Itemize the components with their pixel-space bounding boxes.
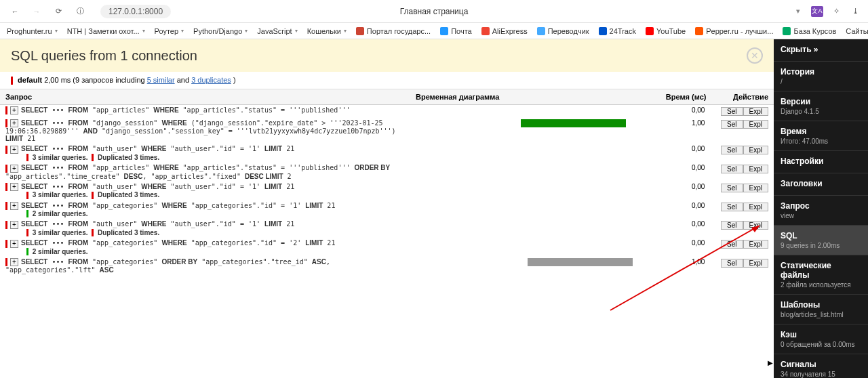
bookmark-icon[interactable]: ▾ [792,5,804,18]
bookmark-item[interactable]: JavaScript▾ [257,27,297,35]
back-button[interactable]: ← [7,3,23,20]
query-sql: SELECT ••• FROM "app_categories" WHERE "… [21,239,335,247]
sidebar-panel-статические-файлы[interactable]: Статические файлы2 файла используется [774,255,868,295]
bookmark-item[interactable]: База Курсов [783,27,836,35]
download-icon[interactable]: ⤓ [849,5,861,18]
query-row: +SELECT ••• FROM "app_articles" WHERE "a… [0,105,774,119]
expand-button[interactable]: + [10,119,18,127]
similar-link[interactable]: 5 similar [147,76,175,84]
expl-button[interactable]: Expl [743,184,768,192]
bookmark-item[interactable]: YouTube [646,27,686,35]
expl-button[interactable]: Expl [743,146,768,154]
sidebar-panel-настройки[interactable]: Настройки [774,151,868,173]
sel-button[interactable]: Sel [721,184,743,192]
bookmark-item[interactable]: Pepper.ru - лучши... [695,27,773,35]
time-value: 0,00 [645,163,712,181]
sel-button[interactable]: Sel [721,259,743,268]
query-row: ➔+SELECT ••• FROM "auth_user" WHERE "aut… [0,144,774,163]
sidebar-panel-версии[interactable]: ВерсииDjango 4.1.5 [774,91,868,121]
bookmark-item[interactable]: Портал государс... [356,27,431,35]
sidebar-panel-сигналы[interactable]: Сигналы34 получателя 15 сигнала(ов) [774,354,868,378]
expand-button[interactable]: + [10,106,18,114]
panel-subtitle: 2 файла используется [781,281,861,289]
panel-subtitle: / [781,78,861,85]
bookmark-item[interactable]: 24Track [599,27,636,35]
query-row: +SELECT ••• FROM "app_articles" WHERE "a… [0,163,774,181]
query-note: 3 similar queries. Duplicated 3 times. [24,229,405,237]
col-timeline: Временная диаграмма [410,89,645,105]
expl-button[interactable]: Expl [743,120,768,129]
sidebar-panel-запрос[interactable]: Запросview [774,196,868,226]
bookmark-item[interactable]: NTH | Заметки охот...▾ [67,27,145,35]
sel-button[interactable]: Sel [721,203,743,211]
time-value: 0,00 [645,105,712,119]
debug-toolbar-sidebar: Скрыть »История/ВерсииDjango 4.1.5ВремяИ… [774,39,868,378]
query-sql: SELECT ••• FROM "app_articles" WHERE "ap… [21,106,350,114]
sel-button[interactable]: Sel [721,221,743,230]
bookmark-item[interactable]: Python/Django▾ [193,27,248,35]
expl-button[interactable]: Expl [743,203,768,211]
extension-icon[interactable]: ✧ [830,5,842,18]
panel-title: Кэш [781,330,861,339]
duplicates-link[interactable]: 3 duplicates [191,76,231,84]
query-row: ➔+SELECT ••• FROM "app_categories" WHERE… [0,201,774,219]
query-sql: SELECT ••• FROM "auth_user" WHERE "auth_… [21,145,294,152]
bookmark-item[interactable]: Переводчик [537,27,589,35]
sidebar-panel-заголовки[interactable]: Заголовки [774,173,868,196]
bookmark-item[interactable]: AliExpress [481,27,528,35]
panel-subtitle: Django 4.1.5 [781,108,861,115]
sel-button[interactable]: Sel [721,240,743,249]
sel-button[interactable]: Sel [721,146,743,154]
info-icon[interactable]: ⓘ [72,3,88,20]
sidebar-panel-время[interactable]: ВремяИтого: 47.00ms [774,121,868,151]
bookmark-item[interactable]: Proghunter.ru▾ [7,27,58,35]
forward-button: → [28,3,45,20]
sel-button[interactable]: Sel [721,165,743,173]
sidebar-panel-кэш[interactable]: Кэш0 обращений за 0.00ms [774,324,868,354]
panel-title: Время [781,127,861,136]
expand-button[interactable]: + [10,221,18,229]
timeline-bar [528,258,633,266]
expl-button[interactable]: Expl [743,221,768,230]
query-note: 2 similar queries. [24,248,405,256]
active-panel-marker: ▶ [768,359,773,366]
sel-button[interactable]: Sel [721,120,743,129]
url-bar[interactable]: 127.0.0.1:8000 [100,5,171,18]
panel-title: Статические файлы [781,261,861,280]
time-value: 1,00 [645,257,712,275]
expand-button[interactable]: + [10,183,18,191]
translate-icon[interactable]: 文A [811,6,823,17]
panel-subtitle: 34 получателя 15 сигнала(ов) [781,371,861,378]
expl-button[interactable]: Expl [743,165,768,173]
sel-button[interactable]: Sel [721,107,743,116]
expand-button[interactable]: + [10,146,18,154]
expl-button[interactable]: Expl [743,240,768,249]
expand-button[interactable]: + [10,258,18,266]
close-button[interactable]: ✕ [747,47,763,64]
bookmark-item[interactable]: Роутер▾ [155,27,184,35]
sidebar-panel-скрыть-[interactable]: Скрыть » [774,39,868,62]
time-value: 0,00 [645,201,712,219]
query-row: +SELECT ••• FROM "django_session" WHERE … [0,118,774,144]
expand-button[interactable]: + [10,240,18,248]
sidebar-panel-история[interactable]: История/ [774,62,868,91]
bookmark-item[interactable]: Кошельки▾ [307,27,347,35]
query-note: 2 similar queries. [24,210,405,218]
expand-button[interactable]: + [10,202,18,210]
expl-button[interactable]: Expl [743,259,768,268]
panel-title: Запрос [781,201,861,211]
bookmark-item[interactable]: Почта [440,27,472,35]
reload-button[interactable]: ⟳ [50,3,66,20]
bookmark-item[interactable]: Сайты▾ [846,27,868,35]
expand-button[interactable]: + [10,165,18,173]
bookmarks-bar: Proghunter.ru▾NTH | Заметки охот...▾Роут… [0,23,868,39]
sidebar-panel-шаблоны[interactable]: Шаблоныblog/articles_list.html [774,295,868,324]
sidebar-panel-sql[interactable]: SQL9 queries in 2.00ms [774,226,868,255]
panel-title: Настройки [781,156,861,166]
panel-subtitle: Итого: 47.00ms [781,138,861,145]
time-value: 0,00 [645,144,712,163]
query-sql: SELECT ••• FROM "auth_user" WHERE "auth_… [21,220,294,228]
query-note: 3 similar queries. Duplicated 3 times. [24,191,405,199]
expl-button[interactable]: Expl [743,107,768,116]
panel-subtitle: view [781,212,861,219]
